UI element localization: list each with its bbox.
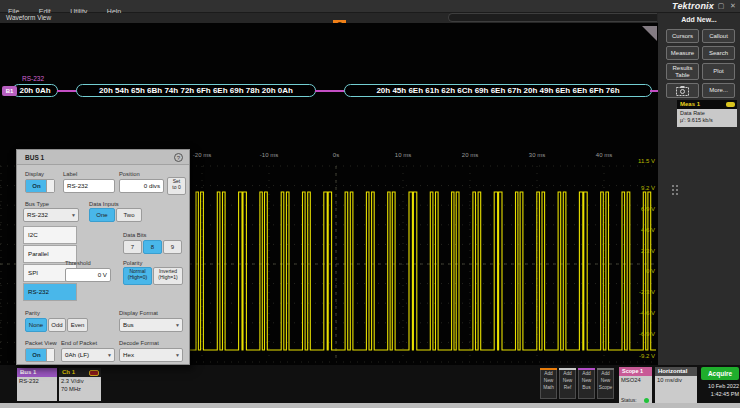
decode-format-dropdown[interactable]: Hex▼ xyxy=(119,348,183,362)
acquire-button[interactable]: Acquire xyxy=(701,367,739,380)
meas1-name: Data Rate xyxy=(680,110,734,117)
add-new-title: Add New... xyxy=(658,16,740,23)
minimize-icon[interactable]: – xyxy=(703,1,715,11)
add-new-scope-button[interactable]: Add New Scope xyxy=(597,368,614,399)
bus1-config-dialog: BUS 1 ? Display Label Position On RS-232… xyxy=(16,149,190,365)
data-bits-9-button[interactable]: 9 xyxy=(163,240,182,254)
end-of-packet-label: End of Packet xyxy=(61,340,97,346)
threshold-input[interactable]: 0 V xyxy=(65,268,111,282)
meas1-badge[interactable]: Meas 1 Data Rate μ': 9.615 kb/s xyxy=(677,100,737,127)
dialog-header[interactable]: BUS 1 ? xyxy=(17,150,189,165)
polarity-inverted-button[interactable]: Inverted(High=1) xyxy=(153,267,183,285)
cursors-button[interactable]: Cursors xyxy=(666,29,699,43)
capture-button[interactable] xyxy=(666,83,699,98)
panel-grip[interactable] xyxy=(672,185,678,195)
display-toggle[interactable]: On xyxy=(25,179,55,193)
volt-tick-label: -4.6 V xyxy=(625,310,655,316)
label-label: Label xyxy=(63,171,77,177)
tab-waveform-view[interactable]: Waveform View xyxy=(6,13,51,23)
add-new-ref-button[interactable]: Add New Ref xyxy=(559,368,576,399)
polarity-normal-button[interactable]: Normal(High=0) xyxy=(123,267,152,285)
window-controls: – ▢ ✕ xyxy=(703,1,739,11)
oscilloscope-screen: File Edit Utility Help Tektronix – ▢ ✕ W… xyxy=(0,0,740,408)
volt-tick-label: 11.5 V xyxy=(625,158,655,164)
meas1-value: μ': 9.615 kb/s xyxy=(680,117,734,124)
bus-link xyxy=(57,90,77,92)
volt-tick-label: -2.3 V xyxy=(625,289,655,295)
ch1-badge-body: 2.3 V/div 70 MHz xyxy=(59,377,101,401)
bus-type-label: Bus Type xyxy=(25,201,49,207)
time-tick-label: 20 ms xyxy=(456,152,484,158)
capture-icon xyxy=(676,86,689,96)
horizontal-badge[interactable]: Horizontal 10 ms/div xyxy=(655,367,697,405)
help-icon[interactable]: ? xyxy=(174,153,183,162)
results-table-button[interactable]: Results Table xyxy=(666,63,699,80)
bus-packet[interactable]: 20h 54h 65h 6Bh 74h 72h 6Fh 6Eh 69h 78h … xyxy=(76,84,316,97)
scope1-badge-title: Scope 1 xyxy=(619,367,652,376)
bus-type-option-rs232[interactable]: RS-232 xyxy=(23,283,77,301)
parity-odd-button[interactable]: Odd xyxy=(48,318,66,332)
chevron-down-icon: ▼ xyxy=(107,349,112,361)
more-button[interactable]: More... xyxy=(702,83,735,98)
results-bar-handle[interactable] xyxy=(448,13,657,22)
bus-source-badge[interactable]: B1 xyxy=(2,86,17,96)
add-new-bus-button[interactable]: Add New Bus xyxy=(578,368,595,399)
bus-track-label: RS-232 xyxy=(22,75,44,82)
time-tick-label: 0s xyxy=(322,152,350,158)
parity-none-button[interactable]: None xyxy=(25,318,47,332)
right-sidebar: Add New... Cursors Callout Measure Searc… xyxy=(658,13,740,365)
end-of-packet-dropdown[interactable]: 0Ah (LF)▼ xyxy=(61,348,115,362)
packet-view-toggle[interactable]: On xyxy=(25,348,55,362)
bus-packet[interactable]: 20h 45h 6Eh 61h 62h 6Ch 69h 6Eh 67h 20h … xyxy=(344,84,652,97)
time-tick-label: 10 ms xyxy=(389,152,417,158)
expand-corner-icon[interactable] xyxy=(642,26,657,41)
measure-button[interactable]: Measure xyxy=(666,46,699,60)
chevron-down-icon: ▼ xyxy=(71,209,76,221)
search-button[interactable]: Search xyxy=(702,46,735,60)
position-label: Position xyxy=(119,171,140,177)
volt-tick-label: 2.3 V xyxy=(625,248,655,254)
bus1-badge[interactable]: Bus 1 RS-232 xyxy=(17,368,57,401)
bottom-badge-bar: Bus 1 RS-232 Ch 1 2.3 V/div 70 MHz Add N… xyxy=(0,365,740,403)
ch1-badge-title: Ch 1 xyxy=(59,368,101,377)
bus1-badge-title: Bus 1 xyxy=(17,368,57,377)
bus-type-option-i2c[interactable]: I2C xyxy=(23,226,77,244)
display-format-dropdown[interactable]: Bus▼ xyxy=(119,318,183,332)
volt-tick-label: -9.2 V xyxy=(625,353,655,359)
parity-label: Parity xyxy=(25,310,40,316)
data-bits-8-button[interactable]: 8 xyxy=(143,240,162,254)
bus-link xyxy=(650,90,658,92)
callout-button[interactable]: Callout xyxy=(702,29,735,43)
display-format-label: Display Format xyxy=(119,310,158,316)
decode-format-label: Decode Format xyxy=(119,340,159,346)
scope1-badge[interactable]: Scope 1 MSO24 Status: xyxy=(619,367,652,405)
data-bits-label: Data Bits xyxy=(123,232,147,238)
time-tick-label: 30 ms xyxy=(523,152,551,158)
plot-button[interactable]: Plot xyxy=(702,63,735,80)
position-input[interactable]: 0 divs xyxy=(119,179,164,193)
bus-packet[interactable]: 20h 0Ah xyxy=(12,84,58,97)
data-inputs-two-button[interactable]: Two xyxy=(116,208,142,222)
bus-link xyxy=(315,90,345,92)
display-label: Display xyxy=(25,171,44,177)
volt-tick-label: 6.9 V xyxy=(625,206,655,212)
bus-type-dropdown[interactable]: RS-232▼ xyxy=(23,208,79,222)
horizontal-badge-body: 10 ms/div xyxy=(655,376,697,405)
horizontal-badge-title: Horizontal xyxy=(655,367,697,376)
set-to-zero-button[interactable]: Setto 0 xyxy=(167,177,186,195)
ch1-badge[interactable]: Ch 1 2.3 V/div 70 MHz xyxy=(59,368,101,401)
label-input[interactable]: RS-232 xyxy=(63,179,115,193)
polarity-label: Polarity xyxy=(123,260,142,266)
add-new-math-button[interactable]: Add New Math xyxy=(540,368,557,399)
time-tick-label: 40 ms xyxy=(590,152,618,158)
data-bits-7-button[interactable]: 7 xyxy=(123,240,142,254)
time-tick-label: -20 ms xyxy=(188,152,216,158)
data-inputs-label: Data Inputs xyxy=(89,201,119,207)
chevron-down-icon: ▼ xyxy=(175,349,180,361)
threshold-label: Threshold xyxy=(65,260,91,266)
data-inputs-one-button[interactable]: One xyxy=(89,208,115,222)
parity-even-button[interactable]: Even xyxy=(67,318,88,332)
ch1-termination-icon xyxy=(89,370,99,376)
close-icon[interactable]: ✕ xyxy=(727,1,739,11)
maximize-icon[interactable]: ▢ xyxy=(715,1,727,11)
